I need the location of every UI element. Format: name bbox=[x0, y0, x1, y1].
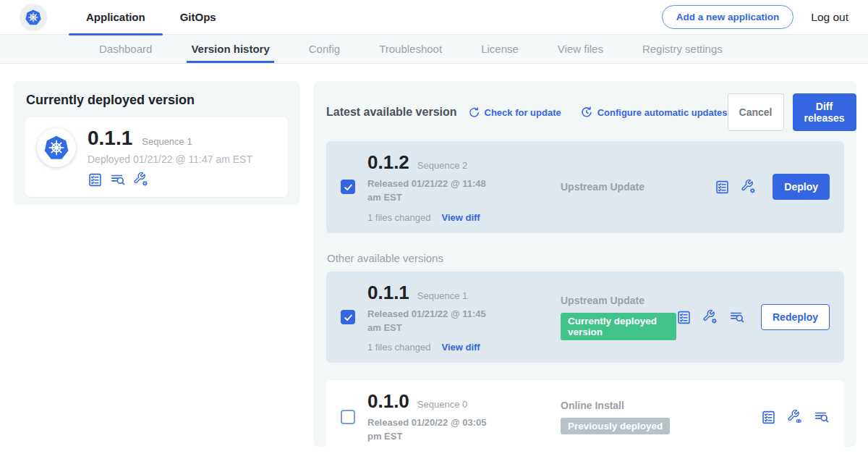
check-for-update-link[interactable]: Check for update bbox=[468, 106, 561, 119]
logs-magnifier-icon[interactable] bbox=[729, 309, 745, 325]
deployed-version-card: 0.1.1 Sequence 1 Deployed 01/21/22 @ 11:… bbox=[25, 117, 288, 197]
files-changed-label: 1 files changed bbox=[367, 342, 430, 353]
version-card-0-1-1: 0.1.1 Sequence 1 Released 01/21/22 @ 11:… bbox=[326, 271, 844, 363]
files-changed-label: 1 files changed bbox=[367, 212, 430, 223]
logs-magnifier-icon[interactable] bbox=[814, 409, 830, 425]
subnav-item-registry-settings[interactable]: Registry settings bbox=[642, 35, 723, 63]
version-number: 0.1.2 bbox=[367, 151, 409, 174]
checklist-icon[interactable] bbox=[715, 180, 730, 195]
configure-auto-updates-link[interactable]: Configure automatic updates bbox=[580, 106, 728, 119]
released-date: Released 01/21/22 @ 11:45 am EST bbox=[367, 308, 496, 335]
version-number: 0.1.0 bbox=[367, 390, 409, 413]
deployed-date: Deployed 01/21/22 @ 11:47 am EST bbox=[88, 153, 252, 165]
subnav-item-view-files[interactable]: View files bbox=[558, 35, 603, 63]
diff-releases-button[interactable]: Diff releases bbox=[793, 93, 856, 131]
currently-deployed-title: Currently deployed version bbox=[26, 93, 288, 108]
deployed-version-number: 0.1.1 bbox=[88, 127, 132, 150]
logs-magnifier-icon[interactable] bbox=[110, 172, 126, 188]
redeploy-button[interactable]: Redeploy bbox=[761, 304, 830, 330]
wrench-gear-icon[interactable] bbox=[702, 309, 718, 325]
checklist-icon[interactable] bbox=[88, 172, 103, 188]
wrench-gear-icon[interactable] bbox=[741, 179, 757, 195]
app-subnav: Dashboard Version history Config Trouble… bbox=[0, 35, 868, 64]
deploy-button[interactable]: Deploy bbox=[773, 174, 830, 200]
sequence-label: Sequence 2 bbox=[417, 160, 467, 171]
tab-gitops[interactable]: GitOps bbox=[163, 0, 234, 35]
version-source-label: Upstream Update bbox=[561, 295, 676, 306]
subnav-item-config[interactable]: Config bbox=[309, 35, 340, 63]
subnav-item-version-history[interactable]: Version history bbox=[191, 35, 269, 63]
version-checkbox[interactable] bbox=[341, 310, 355, 324]
other-versions-title: Other available versions bbox=[327, 252, 844, 264]
subnav-item-dashboard[interactable]: Dashboard bbox=[99, 35, 152, 63]
checklist-icon[interactable] bbox=[761, 410, 776, 425]
app-icon bbox=[37, 128, 76, 167]
cancel-button[interactable]: Cancel bbox=[728, 93, 784, 131]
deployed-sequence-label: Sequence 1 bbox=[142, 136, 192, 147]
sequence-label: Sequence 0 bbox=[417, 399, 467, 410]
wrench-gear-icon[interactable] bbox=[133, 172, 149, 188]
released-date: Released 01/20/22 @ 03:05 pm EST bbox=[367, 416, 496, 444]
subnav-item-troubleshoot[interactable]: Troubleshoot bbox=[379, 35, 442, 63]
logout-button[interactable]: Log out bbox=[811, 11, 848, 24]
view-diff-link[interactable]: View diff bbox=[441, 212, 480, 223]
subnav-item-license[interactable]: License bbox=[481, 35, 519, 63]
currently-deployed-panel: Currently deployed version 0 bbox=[14, 81, 299, 205]
version-checkbox[interactable] bbox=[341, 410, 355, 424]
released-date: Released 01/21/22 @ 11:48 am EST bbox=[367, 177, 496, 205]
previously-deployed-badge: Previously deployed bbox=[561, 418, 670, 434]
version-checkbox[interactable] bbox=[341, 180, 355, 194]
add-application-button[interactable]: Add a new application bbox=[662, 5, 794, 29]
checklist-icon[interactable] bbox=[676, 310, 692, 325]
sequence-label: Sequence 1 bbox=[417, 290, 467, 301]
clock-refresh-icon bbox=[580, 106, 593, 119]
version-source-label: Upstream Update bbox=[561, 181, 715, 193]
version-number: 0.1.1 bbox=[367, 282, 409, 304]
wrench-eye-icon[interactable] bbox=[787, 409, 803, 425]
version-card-0-1-2: 0.1.2 Sequence 2 Released 01/21/22 @ 11:… bbox=[326, 141, 844, 233]
currently-deployed-badge: Currently deployed version bbox=[561, 313, 676, 340]
tab-application[interactable]: Application bbox=[69, 0, 163, 35]
version-source-label: Online Install bbox=[561, 400, 761, 411]
kubernetes-logo-icon bbox=[20, 4, 47, 31]
top-navbar: Application GitOps Add a new application… bbox=[0, 0, 868, 35]
latest-available-title: Latest available version bbox=[326, 106, 457, 119]
version-card-0-1-0: 0.1.0 Sequence 0 Released 01/20/22 @ 03:… bbox=[326, 380, 844, 454]
refresh-icon bbox=[468, 106, 480, 119]
view-diff-link[interactable]: View diff bbox=[441, 342, 480, 353]
available-versions-panel: Latest available version Check for updat… bbox=[314, 81, 856, 447]
